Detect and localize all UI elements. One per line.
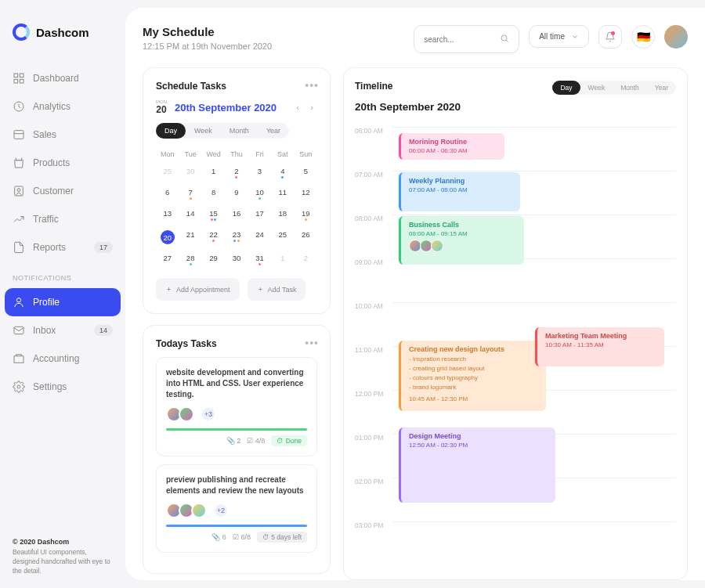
calendar-day[interactable]: 2 [295,249,317,270]
prev-month-button[interactable]: ‹ [292,102,303,113]
calendar-day[interactable]: 21 [179,225,201,249]
calendar-day[interactable]: 7 [179,183,201,204]
nav-label: Products [33,157,70,168]
avatar-overflow[interactable]: +2 [213,503,229,518]
task-card[interactable]: website development and converting into … [156,357,317,456]
search-input[interactable] [424,35,500,44]
nav-icon [13,213,25,225]
calendar-day[interactable]: 1 [271,249,294,270]
schedule-date: 20th September 2020 [175,102,277,114]
calendar-day[interactable]: 28 [179,249,201,270]
tab-week[interactable]: Week [186,123,221,139]
calendar-day[interactable]: 3 [248,162,271,183]
calendar-day[interactable]: 13 [156,204,179,225]
card-more-button[interactable]: ••• [305,337,319,349]
calendar-day[interactable]: 30 [225,249,248,270]
brand-logo[interactable]: Dashcom [0,23,125,64]
svg-rect-0 [14,74,18,78]
task-card[interactable]: preview publishing and recreate elements… [156,464,317,553]
tab-day[interactable]: Day [156,123,186,139]
nav-item-reports[interactable]: Reports17 [0,233,125,262]
calendar-day[interactable]: 25 [271,225,294,249]
timeline-tab-day[interactable]: Day [552,81,580,95]
nav-item-traffic[interactable]: Traffic [0,205,125,233]
nav-item-settings[interactable]: Settings [0,373,125,401]
calendar-day[interactable]: 8 [202,183,225,204]
nav-item-accounting[interactable]: Accounting [0,345,125,373]
timeline-tab-year[interactable]: Year [647,81,676,95]
calendar-day[interactable]: 16 [225,204,248,225]
svg-rect-7 [15,186,24,196]
calendar-day[interactable]: 14 [179,204,201,225]
calendar-day[interactable]: 27 [156,249,179,270]
timeline-event[interactable]: Creating new design layouts- inspration … [399,341,546,411]
card-more-button[interactable]: ••• [305,79,319,92]
calendar-day[interactable]: 19 [295,204,317,225]
nav-item-analytics[interactable]: Analytics [0,92,125,121]
calendar-day[interactable]: 22 [202,225,225,249]
calendar-day[interactable]: 12 [295,183,317,204]
timeline-card: Timeline 20th September 2020 DayWeekMont… [343,67,688,580]
notifications-button[interactable] [598,25,622,49]
nav-icon [13,352,25,365]
time-filter-label: All time [539,32,565,41]
calendar-day[interactable]: 25 [156,162,179,183]
language-flag[interactable]: 🇩🇪 [631,25,655,49]
calendar-day[interactable]: 29 [202,249,225,270]
timeline-event[interactable]: Business Calls08:00 AM - 09:15 AM [399,216,524,265]
schedule-title: Schedule Tasks [156,81,317,92]
nav-item-products[interactable]: Products [0,149,125,177]
event-sub: - brand logomark [409,384,538,391]
calendar-day[interactable]: 24 [248,225,271,249]
calendar-day[interactable]: 4 [271,162,294,183]
nav-badge: 14 [94,325,113,336]
timeline-event[interactable]: Weekly Planning07:00 AM - 08:00 AM [399,172,520,211]
calendar-day[interactable]: 1 [202,162,225,183]
event-title: Weekly Planning [409,177,512,185]
timeline-tab-week[interactable]: Week [580,81,613,95]
next-month-button[interactable]: › [306,102,317,113]
hour-row: 03:00 PM [355,521,676,565]
calendar-day[interactable]: 18 [271,204,294,225]
calendar-day[interactable]: 17 [248,204,271,225]
user-avatar[interactable] [664,25,688,49]
time-filter-dropdown[interactable]: All time [529,25,589,48]
nav-icon [13,296,25,308]
calendar-day[interactable]: 23 [225,225,248,249]
timeline-event[interactable]: Morining Routine06:00 AM - 06:30 AM [399,133,504,160]
svg-line-13 [506,40,508,41]
avatar-overflow[interactable]: +3 [201,406,216,422]
nav-item-sales[interactable]: Sales [0,121,125,149]
avatar-row [409,240,516,252]
calendar-day[interactable]: 26 [295,225,317,249]
calendar-day[interactable]: 6 [156,183,179,204]
timeline-event[interactable]: Marketing Team Meeting10:30 AM - 11:35 A… [535,327,664,366]
tab-year[interactable]: Year [258,123,289,139]
event-time: 10:45 AM - 12:30 PM [409,395,538,402]
calendar-day[interactable]: 2 [225,162,248,183]
timeline-tab-month[interactable]: Month [613,81,647,95]
status-chip: ⏱ 5 days left [257,532,307,543]
nav-item-customer[interactable]: Customer [0,177,125,205]
add-appointment-button[interactable]: ＋Add Appointment [156,278,240,301]
weekday-label: Sun [295,146,317,162]
calendar-day[interactable]: 9 [225,183,248,204]
hour-label: 11:00 AM [355,346,392,390]
calendar-day[interactable]: 11 [271,183,294,204]
timeline-event[interactable]: Design Meeting12:50 AM - 02:30 PM [399,427,555,503]
event-time: 12:50 AM - 02:30 PM [409,442,548,449]
status-chip: ⏱ Done [271,435,307,446]
tab-month[interactable]: Month [221,123,258,139]
calendar-day[interactable]: 15 [202,204,225,225]
nav-item-dashboard[interactable]: Dashboard [0,64,125,92]
add-task-button[interactable]: ＋Add Task [248,278,306,301]
calendar-day[interactable]: 30 [179,162,201,183]
nav-item-inbox[interactable]: Inbox14 [0,316,125,345]
calendar-day[interactable]: 10 [248,183,271,204]
nav-item-profile[interactable]: Profile [5,288,121,316]
calendar-day[interactable]: 20 [156,225,179,249]
search-box[interactable] [414,25,519,53]
calendar-day[interactable]: 5 [295,162,317,183]
calendar: MonTueWedThuFriSatSun2530123456789101112… [156,146,317,270]
calendar-day[interactable]: 31 [248,249,271,270]
